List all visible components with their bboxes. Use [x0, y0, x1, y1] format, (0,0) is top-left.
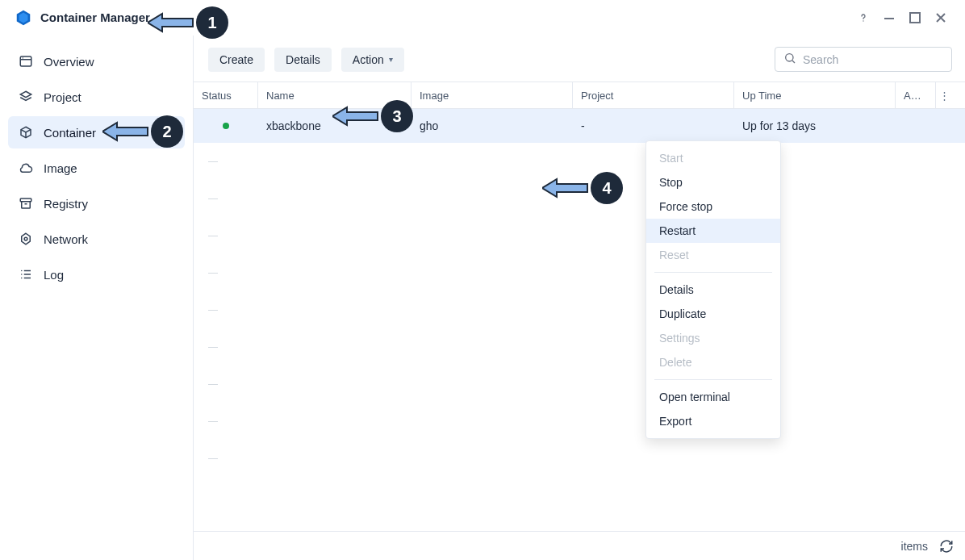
svg-line-23 [792, 61, 795, 63]
ctx-open-terminal[interactable]: Open terminal [646, 385, 780, 409]
archive-icon [18, 195, 34, 211]
help-button[interactable] [852, 6, 875, 29]
search-field[interactable] [775, 47, 952, 72]
svg-point-19 [21, 270, 23, 272]
sidebar-item-label: Log [44, 268, 64, 282]
action-label: Action [353, 53, 384, 66]
ctx-force-stop[interactable]: Force stop [646, 194, 780, 219]
ctx-restart[interactable]: Restart [646, 219, 780, 243]
cloud-icon [18, 160, 34, 176]
svg-marker-9 [20, 91, 31, 98]
app-title: Container Manager [40, 10, 150, 24]
sidebar-item-label: Image [44, 161, 77, 175]
action-dropdown-button[interactable]: Action ▾ [341, 48, 404, 72]
items-label: items [901, 540, 928, 553]
ctx-start: Start [646, 146, 780, 170]
table-header: Status Name Image Project Up Time A… ⋮ [194, 81, 965, 109]
sidebar-item-project[interactable]: Project [8, 81, 185, 113]
col-uptime[interactable]: Up Time [734, 82, 896, 108]
minimize-button[interactable] [878, 6, 900, 29]
toolbar: Create Details Action ▾ [194, 36, 965, 81]
titlebar: Container Manager [0, 0, 965, 36]
sidebar-item-image[interactable]: Image [8, 152, 185, 184]
ctx-reset: Reset [646, 243, 780, 267]
sidebar-item-network[interactable]: Network [8, 223, 185, 255]
list-icon [18, 266, 34, 282]
app-logo-icon [15, 9, 32, 27]
sidebar-item-registry[interactable]: Registry [8, 187, 185, 219]
sidebar-item-label: Overview [44, 55, 94, 69]
svg-point-22 [786, 54, 793, 61]
ghost-rows: — — — — — — — — — [194, 143, 965, 477]
sidebar: Overview Project Container Image Registr… [0, 36, 194, 560]
ctx-details[interactable]: Details [646, 278, 780, 302]
sidebar-item-container[interactable]: Container [8, 116, 185, 148]
ctx-delete: Delete [646, 350, 780, 374]
ctx-export[interactable]: Export [646, 409, 780, 433]
sidebar-item-log[interactable]: Log [8, 258, 185, 290]
dashboard-icon [18, 53, 34, 69]
cell-image: gho [411, 119, 573, 132]
cell-uptime: Up for 13 days [734, 119, 896, 132]
create-button[interactable]: Create [208, 48, 265, 72]
details-button[interactable]: Details [274, 48, 332, 72]
col-status[interactable]: Status [194, 82, 258, 108]
ctx-separator [654, 379, 772, 380]
search-input[interactable] [803, 53, 943, 66]
svg-rect-6 [20, 56, 31, 66]
maximize-button[interactable] [904, 6, 926, 29]
svg-point-8 [23, 57, 23, 58]
svg-rect-12 [20, 199, 31, 202]
ctx-stop[interactable]: Stop [646, 170, 780, 194]
ctx-separator [654, 272, 772, 273]
svg-point-3 [863, 20, 863, 21]
svg-rect-4 [884, 18, 894, 19]
ctx-duplicate[interactable]: Duplicate [646, 302, 780, 326]
status-running-dot [223, 123, 229, 129]
table-row[interactable]: xbackbone gho - Up for 13 days [194, 109, 965, 143]
sidebar-item-label: Network [44, 232, 88, 246]
sidebar-item-label: Registry [44, 197, 88, 211]
context-menu: Start Stop Force stop Restart Reset Deta… [645, 140, 781, 439]
sidebar-item-label: Container [44, 126, 96, 140]
col-more-icon[interactable]: ⋮ [936, 82, 952, 108]
col-project[interactable]: Project [573, 82, 734, 108]
cell-project: - [573, 119, 734, 132]
main-panel: Create Details Action ▾ Status Name Imag… [194, 36, 965, 560]
close-button[interactable] [929, 6, 952, 29]
search-icon [783, 52, 796, 67]
svg-point-15 [24, 237, 27, 240]
caret-down-icon: ▾ [389, 55, 393, 64]
sidebar-item-label: Project [44, 90, 81, 104]
svg-point-20 [21, 274, 23, 275]
col-extra[interactable]: A… [896, 82, 936, 108]
col-name[interactable]: Name [258, 82, 411, 108]
network-icon [18, 231, 34, 247]
cell-name: xbackbone [258, 119, 411, 132]
layers-icon [18, 89, 34, 105]
sidebar-item-overview[interactable]: Overview [8, 45, 185, 77]
svg-marker-14 [22, 233, 31, 244]
refresh-button[interactable] [939, 539, 954, 554]
ctx-settings: Settings [646, 326, 780, 350]
col-image[interactable]: Image [411, 82, 573, 108]
container-table: Status Name Image Project Up Time A… ⋮ x… [194, 81, 965, 143]
svg-rect-5 [910, 13, 920, 23]
cell-status [194, 123, 258, 129]
status-bar: items [194, 531, 965, 560]
svg-point-21 [21, 278, 23, 279]
cube-icon [18, 124, 34, 140]
